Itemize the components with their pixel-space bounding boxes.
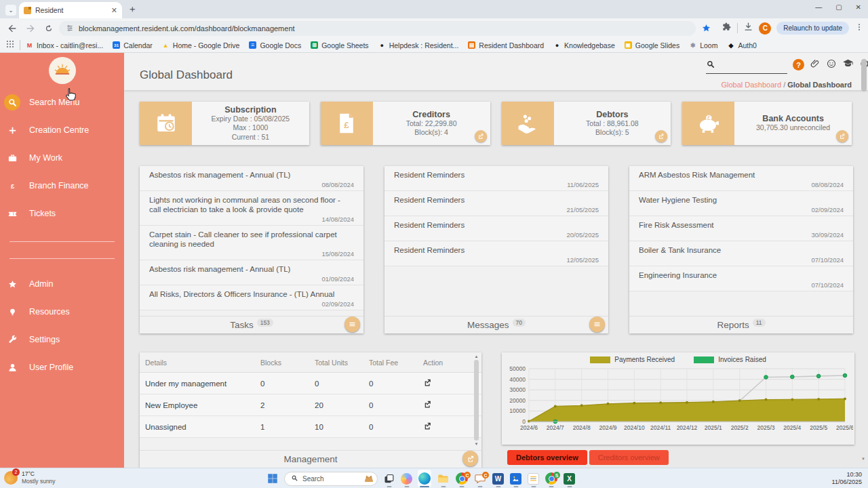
taskbar-icon-task-view[interactable] — [382, 470, 395, 487]
taskbar-clock[interactable]: 10:30 11/06/2025 — [832, 471, 862, 486]
help-icon[interactable]: ? — [793, 59, 804, 70]
bookmark-favicon: 31 — [113, 41, 120, 49]
feedback-smiley-icon[interactable] — [826, 58, 837, 72]
taskbar-icon-copilot[interactable] — [400, 470, 413, 487]
scroll-up-icon[interactable]: ▲ — [475, 354, 479, 359]
row-open-icon[interactable] — [423, 422, 464, 432]
sidebar-item-tickets[interactable]: Tickets — [0, 201, 124, 226]
chrome-menu-icon[interactable] — [854, 22, 864, 35]
sidebar-item-user-profile[interactable]: User Profile — [0, 354, 124, 380]
taskbar-icon-excel[interactable]: X — [563, 470, 576, 487]
list-item[interactable]: Resident Reminders21/05/2025 — [384, 191, 608, 216]
panel-reports: ARM Asbestos Risk Management08/08/2024Wa… — [629, 166, 853, 333]
bookmark-calendar[interactable]: 31Calendar — [108, 40, 157, 51]
bookmark-helpdesk-resident[interactable]: ●Helpdesk : Resident... — [374, 40, 464, 51]
list-item[interactable]: All Risks, Directors & Officers Insuranc… — [140, 285, 363, 310]
bookmark-loom[interactable]: ✱Loom — [684, 40, 722, 51]
row-open-icon[interactable] — [423, 400, 464, 410]
bookmark-home-google-drive[interactable]: ▲Home - Google Drive — [157, 40, 245, 51]
list-item[interactable]: Fire Risk Assessment30/09/2024 — [629, 216, 853, 241]
panel-menu-button[interactable] — [589, 317, 605, 332]
relaunch-button[interactable]: Relaunch to update — [776, 22, 849, 35]
browser-tab[interactable]: Resident ✕ — [19, 2, 122, 18]
taskbar-icon-photos[interactable] — [509, 470, 522, 487]
forward-icon[interactable] — [22, 20, 39, 37]
bookmark-knowledgebase[interactable]: ●Knowledgebase — [549, 40, 620, 51]
new-tab-button[interactable]: ＋ — [125, 2, 140, 17]
extensions-icon[interactable] — [722, 22, 732, 35]
address-bar[interactable]: blockmanagement.resident.uk.com/dashboar… — [59, 21, 696, 36]
taskbar-icon-sticky-notes[interactable] — [527, 470, 540, 487]
row-open-icon[interactable] — [423, 378, 464, 388]
card-value-line: Block(s): 4 — [414, 128, 448, 138]
taskbar-icon-file-explorer[interactable] — [436, 470, 450, 487]
sidebar-item-creation-centre[interactable]: Creation Centre — [0, 117, 124, 143]
taskbar-icon-start[interactable] — [266, 470, 279, 487]
sidebar-item-search-menu[interactable]: Search Menu — [0, 89, 124, 115]
bookmark-google-docs[interactable]: ≡Google Docs — [244, 40, 306, 51]
apps-grid-icon[interactable] — [5, 39, 15, 52]
tab-close-icon[interactable]: ✕ — [111, 6, 117, 15]
bookmark-favicon: ▣ — [625, 41, 632, 49]
bookmark-inbox-caitlin-resi[interactable]: MInbox - caitlin@resi... — [21, 40, 108, 51]
card-open-button[interactable] — [836, 130, 848, 142]
list-item[interactable]: Resident Reminders11/06/2025 — [384, 166, 608, 191]
sidebar-item-my-work[interactable]: My Work — [0, 145, 124, 171]
sidebar-item-resources[interactable]: Resources — [0, 299, 124, 325]
taskbar-icon-chrome-secondary[interactable]: S — [545, 470, 558, 487]
debtors-overview-button[interactable]: Debtors overview — [507, 450, 587, 465]
chart-card: Payments ReceivedInvoices Raised 0100002… — [502, 352, 854, 445]
profile-avatar[interactable]: C — [759, 22, 771, 35]
training-icon[interactable] — [842, 58, 854, 72]
list-item[interactable]: Resident Reminders12/05/2025 — [384, 241, 608, 266]
page-scrollbar[interactable]: ▼ — [861, 57, 867, 466]
list-item[interactable]: Asbestos risk management - Annual (TL)01… — [140, 260, 363, 285]
close-icon[interactable]: ✕ — [856, 3, 861, 11]
sidebar-item-branch-finance[interactable]: £Branch Finance — [0, 173, 124, 199]
sidebar-item-admin[interactable]: Admin — [0, 271, 124, 297]
taskbar-icon-chrome-work[interactable]: C — [455, 470, 469, 487]
bookmark-auth0[interactable]: ◆Auth0 — [722, 40, 761, 51]
attachment-icon[interactable] — [810, 58, 821, 72]
scroll-down-icon[interactable]: ▼ — [475, 442, 479, 446]
list-item[interactable]: Carpet stain - Call cleaner to see if pr… — [140, 226, 363, 260]
taskbar: 2 17°C Mostly sunny SearchCCWSX 10:30 11… — [0, 468, 868, 488]
star-icon — [4, 276, 20, 292]
table-scrollbar[interactable]: ▲▼ — [473, 354, 480, 446]
maximize-icon[interactable]: ▢ — [835, 3, 842, 11]
list-item[interactable]: Water Hygiene Testing02/09/2024 — [629, 191, 853, 216]
header-search-input[interactable] — [706, 58, 787, 74]
bookmark-google-slides[interactable]: ▣Google Slides — [620, 40, 684, 51]
breadcrumb-parent[interactable]: Global Dashboard — [721, 81, 781, 89]
list-item[interactable]: Boiler & Tank Insurance07/10/2024 — [629, 241, 853, 266]
downloads-icon[interactable] — [743, 22, 753, 35]
list-item[interactable]: Lights not working in communal areas on … — [140, 191, 363, 226]
list-item[interactable]: Resident Reminders20/05/2025 — [384, 216, 608, 241]
bookmark-google-sheets[interactable]: ⊞Google Sheets — [306, 40, 373, 51]
sidebar-main-nav: Search MenuCreation CentreMy Work£Branch… — [0, 89, 124, 226]
panel-menu-button[interactable] — [344, 317, 360, 332]
minimize-icon[interactable]: — — [815, 3, 822, 11]
table-cell: 1 — [260, 423, 315, 431]
taskbar-weather-widget[interactable]: 2 17°C Mostly sunny — [4, 470, 56, 485]
back-icon[interactable] — [4, 20, 20, 37]
taskbar-search-input[interactable]: Search — [284, 472, 378, 486]
scroll-down-icon[interactable]: ▼ — [861, 457, 865, 461]
creditors-overview-button[interactable]: Creditors overview — [589, 450, 669, 465]
list-item[interactable]: ARM Asbestos Risk Management08/08/2024 — [629, 166, 853, 191]
reload-icon[interactable] — [41, 20, 57, 37]
list-item[interactable]: Engineering Insurance07/10/2024 — [629, 266, 853, 291]
list-item[interactable]: Asbestos risk management - Annual (TL)08… — [140, 166, 363, 191]
taskbar-icon-word[interactable]: W — [492, 470, 505, 487]
site-settings-icon[interactable] — [66, 24, 74, 33]
sidebar-item-settings[interactable]: Settings — [0, 327, 124, 352]
card-open-button[interactable] — [475, 130, 487, 142]
bookmark-label: Loom — [700, 41, 717, 49]
bookmark-star-icon[interactable] — [698, 20, 714, 37]
taskbar-icon-chat[interactable]: C — [473, 470, 487, 487]
taskbar-icon-edge[interactable] — [418, 470, 431, 487]
scrollbar-thumb[interactable] — [861, 59, 867, 92]
tab-search-chevron-icon[interactable]: ⌄ — [5, 5, 16, 16]
management-open-button[interactable] — [462, 451, 478, 466]
bookmark-resident-dashboard[interactable]: ▤Resident Dashboard — [463, 40, 549, 51]
